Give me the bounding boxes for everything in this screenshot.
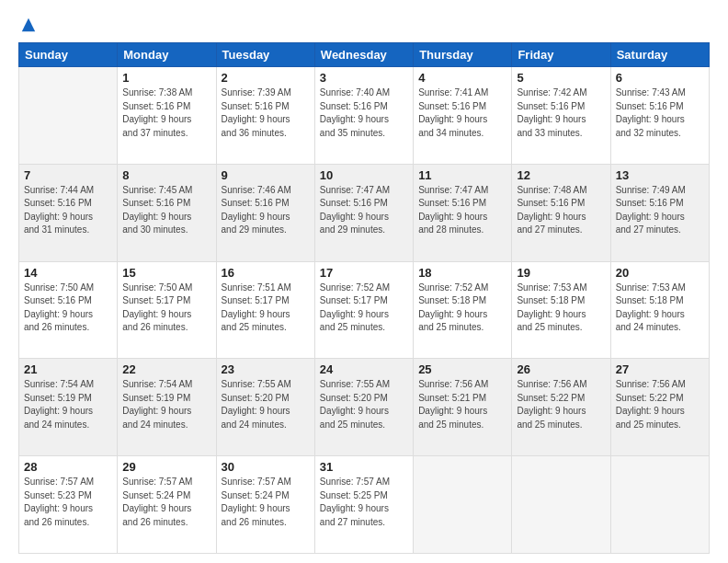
- day-number: 17: [320, 266, 408, 280]
- day-info: Sunrise: 7:46 AM Sunset: 5:16 PM Dayligh…: [222, 184, 310, 237]
- calendar-header-tuesday: Tuesday: [216, 43, 314, 67]
- calendar-header-monday: Monday: [118, 43, 216, 67]
- logo-icon: [20, 17, 37, 33]
- calendar-week-row: 14Sunrise: 7:50 AM Sunset: 5:16 PM Dayli…: [19, 261, 710, 359]
- calendar-cell: 28Sunrise: 7:57 AM Sunset: 5:23 PM Dayli…: [19, 456, 118, 554]
- calendar-cell: 20Sunrise: 7:53 AM Sunset: 5:18 PM Dayli…: [610, 261, 709, 359]
- day-info: Sunrise: 7:39 AM Sunset: 5:16 PM Dayligh…: [222, 86, 310, 140]
- calendar-header-friday: Friday: [512, 43, 610, 67]
- day-info: Sunrise: 7:38 AM Sunset: 5:16 PM Dayligh…: [122, 86, 210, 140]
- day-number: 15: [122, 266, 210, 280]
- day-info: Sunrise: 7:44 AM Sunset: 5:16 PM Dayligh…: [24, 184, 112, 237]
- calendar-week-row: 7Sunrise: 7:44 AM Sunset: 5:16 PM Daylig…: [19, 164, 710, 261]
- header: [18, 17, 710, 33]
- day-info: Sunrise: 7:41 AM Sunset: 5:16 PM Dayligh…: [418, 86, 506, 140]
- day-number: 28: [24, 460, 112, 474]
- calendar-cell: 26Sunrise: 7:56 AM Sunset: 5:22 PM Dayli…: [512, 359, 610, 456]
- day-number: 25: [418, 362, 506, 376]
- day-number: 3: [320, 71, 408, 85]
- day-number: 24: [320, 362, 408, 376]
- day-info: Sunrise: 7:57 AM Sunset: 5:24 PM Dayligh…: [222, 476, 310, 529]
- day-number: 21: [24, 362, 112, 376]
- calendar-week-row: 1Sunrise: 7:38 AM Sunset: 5:16 PM Daylig…: [19, 67, 710, 165]
- day-info: Sunrise: 7:56 AM Sunset: 5:22 PM Dayligh…: [616, 378, 704, 431]
- day-info: Sunrise: 7:42 AM Sunset: 5:16 PM Dayligh…: [517, 86, 605, 140]
- day-number: 13: [616, 168, 704, 182]
- day-info: Sunrise: 7:43 AM Sunset: 5:16 PM Dayligh…: [616, 86, 704, 140]
- calendar-cell: 19Sunrise: 7:53 AM Sunset: 5:18 PM Dayli…: [512, 261, 610, 359]
- calendar-cell: 6Sunrise: 7:43 AM Sunset: 5:16 PM Daylig…: [610, 67, 709, 165]
- calendar-cell: 1Sunrise: 7:38 AM Sunset: 5:16 PM Daylig…: [118, 67, 216, 165]
- svg-marker-0: [22, 18, 35, 31]
- calendar-cell: 24Sunrise: 7:55 AM Sunset: 5:20 PM Dayli…: [314, 359, 413, 456]
- calendar-week-row: 28Sunrise: 7:57 AM Sunset: 5:23 PM Dayli…: [19, 456, 710, 554]
- day-info: Sunrise: 7:51 AM Sunset: 5:17 PM Dayligh…: [222, 282, 310, 335]
- calendar-cell: 15Sunrise: 7:50 AM Sunset: 5:17 PM Dayli…: [118, 261, 216, 359]
- day-number: 29: [122, 460, 210, 474]
- day-info: Sunrise: 7:49 AM Sunset: 5:16 PM Dayligh…: [616, 184, 704, 237]
- calendar-cell: 13Sunrise: 7:49 AM Sunset: 5:16 PM Dayli…: [610, 164, 709, 261]
- calendar-cell: 5Sunrise: 7:42 AM Sunset: 5:16 PM Daylig…: [512, 67, 610, 165]
- day-info: Sunrise: 7:50 AM Sunset: 5:16 PM Dayligh…: [24, 282, 112, 335]
- calendar-cell: [19, 67, 118, 165]
- day-info: Sunrise: 7:48 AM Sunset: 5:16 PM Dayligh…: [517, 184, 605, 237]
- day-info: Sunrise: 7:40 AM Sunset: 5:16 PM Dayligh…: [320, 86, 408, 140]
- calendar-header-sunday: Sunday: [19, 43, 118, 67]
- calendar-header-row: SundayMondayTuesdayWednesdayThursdayFrid…: [19, 43, 710, 67]
- calendar-cell: 25Sunrise: 7:56 AM Sunset: 5:21 PM Dayli…: [414, 359, 512, 456]
- day-number: 2: [222, 71, 310, 85]
- calendar-cell: 22Sunrise: 7:54 AM Sunset: 5:19 PM Dayli…: [118, 359, 216, 456]
- day-number: 6: [616, 71, 704, 85]
- day-info: Sunrise: 7:47 AM Sunset: 5:16 PM Dayligh…: [320, 184, 408, 237]
- day-info: Sunrise: 7:57 AM Sunset: 5:24 PM Dayligh…: [122, 476, 210, 529]
- logo: [18, 17, 37, 33]
- day-info: Sunrise: 7:54 AM Sunset: 5:19 PM Dayligh…: [122, 378, 210, 431]
- day-info: Sunrise: 7:45 AM Sunset: 5:16 PM Dayligh…: [122, 184, 210, 237]
- day-number: 27: [616, 362, 704, 376]
- calendar-cell: 16Sunrise: 7:51 AM Sunset: 5:17 PM Dayli…: [216, 261, 314, 359]
- calendar-cell: 23Sunrise: 7:55 AM Sunset: 5:20 PM Dayli…: [216, 359, 314, 456]
- day-info: Sunrise: 7:56 AM Sunset: 5:21 PM Dayligh…: [418, 378, 506, 431]
- day-info: Sunrise: 7:56 AM Sunset: 5:22 PM Dayligh…: [517, 378, 605, 431]
- day-number: 30: [222, 460, 310, 474]
- day-info: Sunrise: 7:57 AM Sunset: 5:25 PM Dayligh…: [320, 476, 408, 529]
- calendar-header-thursday: Thursday: [414, 43, 512, 67]
- calendar-header-saturday: Saturday: [610, 43, 709, 67]
- calendar-cell: 17Sunrise: 7:52 AM Sunset: 5:17 PM Dayli…: [314, 261, 413, 359]
- calendar: SundayMondayTuesdayWednesdayThursdayFrid…: [18, 42, 710, 554]
- day-number: 31: [320, 460, 408, 474]
- day-number: 9: [222, 168, 310, 182]
- calendar-cell: 29Sunrise: 7:57 AM Sunset: 5:24 PM Dayli…: [118, 456, 216, 554]
- day-info: Sunrise: 7:55 AM Sunset: 5:20 PM Dayligh…: [222, 378, 310, 431]
- day-number: 5: [517, 71, 605, 85]
- calendar-cell: 30Sunrise: 7:57 AM Sunset: 5:24 PM Dayli…: [216, 456, 314, 554]
- day-number: 4: [418, 71, 506, 85]
- day-number: 12: [517, 168, 605, 182]
- day-number: 14: [24, 266, 112, 280]
- day-number: 7: [24, 168, 112, 182]
- calendar-cell: 2Sunrise: 7:39 AM Sunset: 5:16 PM Daylig…: [216, 67, 314, 165]
- calendar-cell: 31Sunrise: 7:57 AM Sunset: 5:25 PM Dayli…: [314, 456, 413, 554]
- day-number: 26: [517, 362, 605, 376]
- calendar-cell: [414, 456, 512, 554]
- day-number: 10: [320, 168, 408, 182]
- day-number: 23: [222, 362, 310, 376]
- calendar-cell: 3Sunrise: 7:40 AM Sunset: 5:16 PM Daylig…: [314, 67, 413, 165]
- day-info: Sunrise: 7:47 AM Sunset: 5:16 PM Dayligh…: [418, 184, 506, 237]
- day-number: 11: [418, 168, 506, 182]
- calendar-cell: 11Sunrise: 7:47 AM Sunset: 5:16 PM Dayli…: [414, 164, 512, 261]
- day-info: Sunrise: 7:52 AM Sunset: 5:17 PM Dayligh…: [320, 282, 408, 335]
- day-number: 16: [222, 266, 310, 280]
- calendar-cell: 9Sunrise: 7:46 AM Sunset: 5:16 PM Daylig…: [216, 164, 314, 261]
- calendar-cell: 12Sunrise: 7:48 AM Sunset: 5:16 PM Dayli…: [512, 164, 610, 261]
- day-info: Sunrise: 7:52 AM Sunset: 5:18 PM Dayligh…: [418, 282, 506, 335]
- calendar-header-wednesday: Wednesday: [314, 43, 413, 67]
- calendar-cell: 10Sunrise: 7:47 AM Sunset: 5:16 PM Dayli…: [314, 164, 413, 261]
- day-number: 1: [122, 71, 210, 85]
- day-number: 22: [122, 362, 210, 376]
- day-info: Sunrise: 7:53 AM Sunset: 5:18 PM Dayligh…: [616, 282, 704, 335]
- day-info: Sunrise: 7:53 AM Sunset: 5:18 PM Dayligh…: [517, 282, 605, 335]
- calendar-cell: 27Sunrise: 7:56 AM Sunset: 5:22 PM Dayli…: [610, 359, 709, 456]
- calendar-week-row: 21Sunrise: 7:54 AM Sunset: 5:19 PM Dayli…: [19, 359, 710, 456]
- day-number: 20: [616, 266, 704, 280]
